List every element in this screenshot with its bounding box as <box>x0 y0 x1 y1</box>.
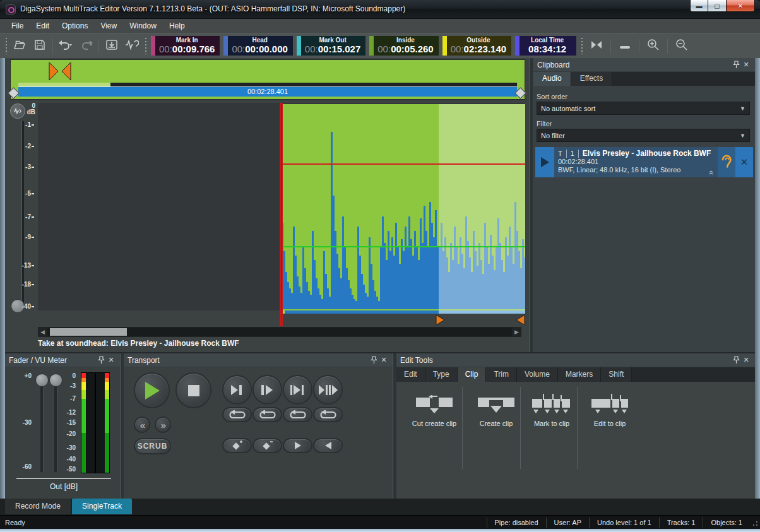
scroll-right-icon[interactable]: ▶ <box>512 329 521 335</box>
pin-icon[interactable] <box>369 355 379 365</box>
stop-button[interactable] <box>175 372 211 408</box>
play-range-button[interactable] <box>283 375 312 405</box>
skip-forward-button[interactable]: » <box>155 417 171 433</box>
tab-markers[interactable]: Markers <box>558 367 601 382</box>
tab-shift[interactable]: Shift <box>601 367 632 382</box>
undo-button[interactable] <box>56 37 75 55</box>
close-button[interactable]: ✕ <box>726 0 755 12</box>
collapse-chevrons-icon[interactable]: « <box>707 170 716 175</box>
menu-edit[interactable]: Edit <box>30 20 56 32</box>
play-skip-button[interactable] <box>313 375 343 405</box>
scroll-left-icon[interactable]: ◀ <box>38 329 47 335</box>
clipboard-header[interactable]: Clipboard ✕ <box>533 58 755 72</box>
clipboard-clip-row[interactable]: T 1 Elvis Presley - Jailhouse Rock BWF 0… <box>535 147 753 177</box>
import-take-button[interactable] <box>102 37 121 55</box>
skip-back-button[interactable]: « <box>134 417 150 433</box>
tool-cut-create-clip[interactable]: Cut create clip <box>405 392 463 427</box>
add-marker-button[interactable] <box>222 438 252 453</box>
clip-delete-button[interactable]: ✕ <box>735 147 753 177</box>
fader-vu-header[interactable]: Fader / VU Meter ✕ <box>5 353 120 367</box>
edit-take-button[interactable] <box>122 37 141 55</box>
mark-out-marker-icon[interactable] <box>515 314 525 326</box>
menu-options[interactable]: Options <box>56 20 94 32</box>
save-button[interactable] <box>30 37 49 55</box>
tool-create-clip[interactable]: Create clip <box>467 392 525 427</box>
zoom-in-button[interactable] <box>643 37 664 55</box>
zoom-to-range-button[interactable] <box>586 37 607 55</box>
minimize-button[interactable]: ▬ <box>690 0 708 12</box>
overview-duration-bar[interactable]: 00:02:28.401 <box>18 86 517 97</box>
play-button[interactable] <box>134 372 170 408</box>
scrollbar-track[interactable] <box>47 328 512 336</box>
scrollbar-thumb[interactable] <box>50 328 127 336</box>
tab-audio[interactable]: Audio <box>533 72 571 86</box>
remove-marker-button[interactable] <box>252 438 282 453</box>
open-file-button[interactable] <box>10 37 29 55</box>
loop-button[interactable] <box>252 407 282 422</box>
close-panel-icon[interactable]: ✕ <box>741 60 751 70</box>
fader-track[interactable] <box>54 379 57 472</box>
tab-effects[interactable]: Effects <box>571 72 612 86</box>
zoom-out-button[interactable] <box>671 37 692 55</box>
pin-icon[interactable] <box>731 355 741 365</box>
clip-prelisten-button[interactable] <box>718 147 735 177</box>
tab-clip[interactable]: Clip <box>458 367 487 382</box>
time-field-inside[interactable]: Inside00:00:05.260 <box>369 36 438 56</box>
menu-help[interactable]: Help <box>163 20 191 32</box>
sort-order-select[interactable]: No automatic sort ▼ <box>537 102 750 115</box>
maximize-button[interactable]: ▢ <box>708 0 726 12</box>
overview-timeline[interactable]: 00:02:28.401 <box>10 59 525 100</box>
toolbar-grip[interactable] <box>4 38 8 54</box>
play-from-cursor-button[interactable] <box>252 375 282 405</box>
edit-tools-header[interactable]: Edit Tools ✕ <box>396 353 755 367</box>
scrub-button[interactable]: SCRUB <box>134 438 171 454</box>
pin-icon[interactable] <box>96 355 106 365</box>
toolbar-grip[interactable] <box>144 38 147 54</box>
menu-window[interactable]: Window <box>123 20 163 32</box>
mark-in-marker-icon[interactable] <box>436 314 446 326</box>
time-field-head[interactable]: Head00:00:00.000 <box>223 36 292 56</box>
transport-header[interactable]: Transport ✕ <box>124 353 393 367</box>
mode-tab-record-mode[interactable]: Record Mode <box>5 499 71 514</box>
close-panel-icon[interactable]: ✕ <box>106 355 116 365</box>
tab-volume[interactable]: Volume <box>517 367 558 382</box>
resize-grip[interactable] <box>750 518 759 527</box>
clip-info[interactable]: T 1 Elvis Presley - Jailhouse Rock BWF 0… <box>554 147 718 177</box>
fader-knob[interactable] <box>35 374 49 387</box>
tool-edit-to-clip[interactable]: Edit to clip <box>581 392 639 427</box>
tab-trim[interactable]: Trim <box>486 367 517 382</box>
time-field-mark-out[interactable]: Mark Out00:00:15.027 <box>297 36 365 56</box>
overview-mark-in-icon[interactable] <box>49 62 71 81</box>
time-field-outside[interactable]: Outside00:02:23.140 <box>442 36 511 56</box>
loop-button[interactable] <box>283 407 312 422</box>
tab-type[interactable]: Type <box>425 367 458 382</box>
menu-view[interactable]: View <box>94 20 123 32</box>
toolbar-grip[interactable] <box>580 38 583 54</box>
next-marker-button[interactable] <box>283 438 312 453</box>
waveform-scrollbar[interactable]: ◀ ▶ <box>38 327 521 337</box>
vertical-splitter[interactable] <box>529 58 533 352</box>
loop-button[interactable] <box>313 407 343 422</box>
overview-left-handle[interactable] <box>8 87 19 98</box>
close-panel-icon[interactable]: ✕ <box>379 355 389 365</box>
collapse-button[interactable] <box>614 37 636 55</box>
clip-play-button[interactable] <box>535 147 554 177</box>
time-field-mark-in[interactable]: Mark In00:00:09.766 <box>151 36 220 56</box>
tool-mark-to-clip[interactable]: Mark to clip <box>523 392 581 427</box>
menu-file[interactable]: File <box>5 20 30 32</box>
mode-tab-singletrack[interactable]: SingleTrack <box>72 499 132 514</box>
filter-select[interactable]: No filter ▼ <box>537 129 750 142</box>
redo-button[interactable] <box>76 37 95 55</box>
title-bar[interactable]: DigaSystem MultiTrack Editor Version 7.1… <box>0 0 760 19</box>
playhead[interactable] <box>280 103 283 326</box>
play-to-end-button[interactable] <box>222 375 252 405</box>
tab-edit[interactable]: Edit <box>396 367 425 382</box>
level-line-red[interactable] <box>282 163 525 165</box>
level-line-green[interactable] <box>282 246 525 247</box>
pin-icon[interactable] <box>731 60 741 70</box>
prev-marker-button[interactable] <box>313 438 343 453</box>
fader-track[interactable] <box>40 379 44 472</box>
time-field-local-time[interactable]: Local Time08:34:12 <box>515 36 576 56</box>
close-panel-icon[interactable]: ✕ <box>741 355 751 365</box>
loop-button[interactable] <box>222 407 252 422</box>
